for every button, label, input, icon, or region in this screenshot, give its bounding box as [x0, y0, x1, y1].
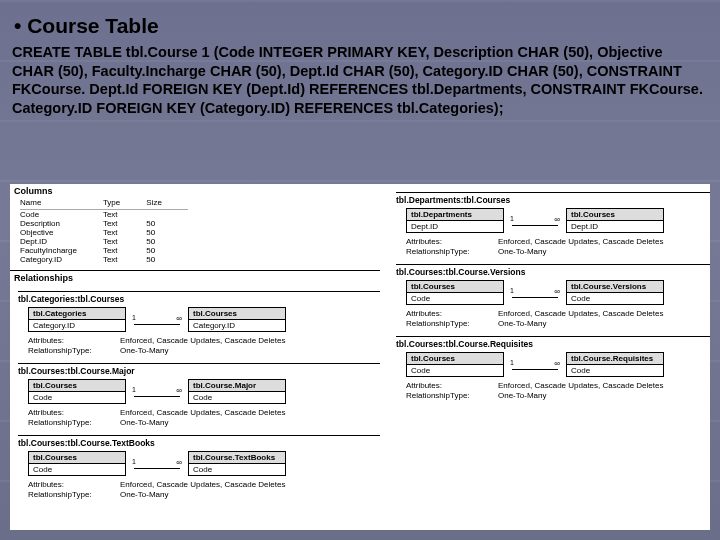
bullet-marker: •: [14, 14, 27, 37]
meta-value: Enforced, Cascade Updates, Cascade Delet…: [498, 309, 710, 318]
table-row: CodeText: [20, 210, 188, 220]
entity-box: tbl.CoursesCode: [406, 280, 504, 305]
meta-label: Attributes:: [28, 408, 120, 417]
relationship-name: tbl.Courses:tbl.Course.Versions: [396, 264, 710, 277]
entity-box: tbl.CoursesDept.ID: [566, 208, 664, 233]
entity-box: tbl.CategoriesCategory.ID: [28, 307, 126, 332]
meta-value: One-To-Many: [120, 490, 380, 499]
doc-panel: Columns Name Type Size CodeTextDescripti…: [10, 184, 710, 530]
columns-table: Name Type Size CodeTextDescriptionText50…: [20, 198, 188, 264]
meta-value: Enforced, Cascade Updates, Cascade Delet…: [120, 336, 380, 345]
table-row: Dept.IDText50: [20, 237, 188, 246]
meta-value: One-To-Many: [498, 319, 710, 328]
relationship-block: tbl.Courses:tbl.Course.TextBookstbl.Cour…: [18, 435, 380, 499]
entity-title: tbl.Courses: [29, 452, 125, 464]
entity-box: tbl.Course.RequisitesCode: [566, 352, 664, 377]
relationship-block: tbl.Categories:tbl.Coursestbl.Categories…: [18, 291, 380, 355]
meta-value: One-To-Many: [120, 418, 380, 427]
entity-box: tbl.CoursesCode: [28, 379, 126, 404]
er-diagram: tbl.CoursesCodetbl.Course.VersionsCode: [406, 280, 710, 305]
relationship-block: tbl.Courses:tbl.Course.Majortbl.CoursesC…: [18, 363, 380, 427]
entity-box: tbl.Course.VersionsCode: [566, 280, 664, 305]
entity-field: Category.ID: [189, 320, 285, 331]
meta-value: One-To-Many: [498, 247, 710, 256]
table-row: Category.IDText50: [20, 255, 188, 264]
entity-box: tbl.Course.TextBooksCode: [188, 451, 286, 476]
entity-field: Code: [29, 464, 125, 475]
er-diagram: tbl.DepartmentsDept.IDtbl.CoursesDept.ID: [406, 208, 710, 233]
entity-field: Code: [189, 464, 285, 475]
entity-box: tbl.CoursesCode: [406, 352, 504, 377]
col-hdr-size: Size: [146, 198, 188, 210]
entity-field: Dept.ID: [567, 221, 663, 232]
meta-value: One-To-Many: [498, 391, 710, 400]
table-cell: Objective: [20, 228, 103, 237]
entity-field: Code: [567, 293, 663, 304]
entity-box: tbl.CoursesCategory.ID: [188, 307, 286, 332]
relationship-meta: Attributes:Enforced, Cascade Updates, Ca…: [406, 309, 710, 328]
entity-field: Dept.ID: [407, 221, 503, 232]
table-cell: Text: [103, 228, 146, 237]
meta-label: RelationshipType:: [406, 391, 498, 400]
entity-field: Code: [407, 293, 503, 304]
table-row: FacultyInchargeText50: [20, 246, 188, 255]
relationships-heading: Relationships: [10, 270, 380, 283]
relationship-meta: Attributes:Enforced, Cascade Updates, Ca…: [406, 237, 710, 256]
entity-title: tbl.Courses: [407, 353, 503, 365]
columns-heading: Columns: [10, 184, 380, 196]
entity-title: tbl.Departments: [407, 209, 503, 221]
table-cell: Text: [103, 219, 146, 228]
relationship-block: tbl.Departments:tbl.Coursestbl.Departmen…: [396, 192, 710, 256]
relationship-connector-icon: [512, 225, 558, 226]
entity-field: Category.ID: [29, 320, 125, 331]
col-hdr-name: Name: [20, 198, 103, 210]
relationship-name: tbl.Categories:tbl.Courses: [18, 291, 380, 304]
relationship-connector-icon: [134, 396, 180, 397]
table-cell: Dept.ID: [20, 237, 103, 246]
table-cell: 50: [146, 228, 188, 237]
table-cell: 50: [146, 255, 188, 264]
doc-left-column: Columns Name Type Size CodeTextDescripti…: [10, 184, 380, 501]
meta-label: RelationshipType:: [28, 418, 120, 427]
sql-statement: CREATE TABLE tbl.Course 1 (Code INTEGER …: [0, 43, 720, 127]
relationship-connector-icon: [512, 297, 558, 298]
entity-title: tbl.Courses: [189, 308, 285, 320]
meta-label: Attributes:: [28, 336, 120, 345]
entity-title: tbl.Course.Versions: [567, 281, 663, 293]
entity-field: Code: [407, 365, 503, 376]
table-cell: [146, 210, 188, 220]
meta-label: RelationshipType:: [28, 490, 120, 499]
er-diagram: tbl.CoursesCodetbl.Course.RequisitesCode: [406, 352, 710, 377]
table-cell: Code: [20, 210, 103, 220]
relationship-connector-icon: [512, 369, 558, 370]
col-hdr-type: Type: [103, 198, 146, 210]
table-cell: FacultyIncharge: [20, 246, 103, 255]
table-cell: Description: [20, 219, 103, 228]
entity-field: Code: [29, 392, 125, 403]
relationship-name: tbl.Courses:tbl.Course.TextBooks: [18, 435, 380, 448]
table-cell: 50: [146, 246, 188, 255]
entity-title: tbl.Categories: [29, 308, 125, 320]
entity-box: tbl.CoursesCode: [28, 451, 126, 476]
meta-label: RelationshipType:: [406, 319, 498, 328]
er-diagram: tbl.CoursesCodetbl.Course.TextBooksCode: [28, 451, 380, 476]
table-cell: 50: [146, 219, 188, 228]
entity-title: tbl.Courses: [407, 281, 503, 293]
er-diagram: tbl.CoursesCodetbl.Course.MajorCode: [28, 379, 380, 404]
relationship-meta: Attributes:Enforced, Cascade Updates, Ca…: [28, 336, 380, 355]
meta-label: Attributes:: [406, 381, 498, 390]
table-cell: Text: [103, 210, 146, 220]
er-diagram: tbl.CategoriesCategory.IDtbl.CoursesCate…: [28, 307, 380, 332]
meta-value: Enforced, Cascade Updates, Cascade Delet…: [120, 480, 380, 489]
entity-title: tbl.Course.TextBooks: [189, 452, 285, 464]
entity-field: Code: [567, 365, 663, 376]
doc-right-column: tbl.Departments:tbl.Coursestbl.Departmen…: [388, 184, 710, 402]
relationship-block: tbl.Courses:tbl.Course.Requisitestbl.Cou…: [396, 336, 710, 400]
meta-value: Enforced, Cascade Updates, Cascade Delet…: [498, 237, 710, 246]
relationship-block: tbl.Courses:tbl.Course.Versionstbl.Cours…: [396, 264, 710, 328]
entity-title: tbl.Courses: [29, 380, 125, 392]
entity-title: tbl.Course.Major: [189, 380, 285, 392]
meta-label: Attributes:: [406, 237, 498, 246]
relationship-meta: Attributes:Enforced, Cascade Updates, Ca…: [28, 480, 380, 499]
meta-label: RelationshipType:: [28, 346, 120, 355]
